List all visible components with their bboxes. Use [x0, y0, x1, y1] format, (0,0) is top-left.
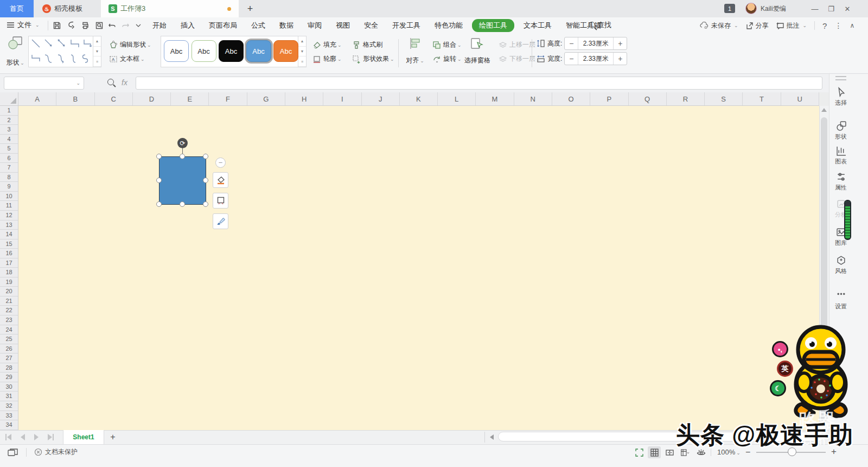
- gallery-scroll-strip[interactable]: ▲ ▼ ≡: [93, 36, 101, 67]
- avatar[interactable]: [745, 3, 757, 14]
- comment-button[interactable]: 批注 ⌄: [776, 21, 807, 30]
- minimize-button[interactable]: —: [807, 0, 822, 17]
- sidebar-item-图表[interactable]: 图表: [829, 146, 853, 166]
- row-header-22[interactable]: 22: [0, 306, 18, 315]
- column-header-H[interactable]: H: [285, 92, 323, 105]
- menu-item-5[interactable]: 审阅: [301, 19, 329, 32]
- collapse-float-toolbar-button[interactable]: −: [215, 157, 226, 168]
- print-button[interactable]: [79, 20, 91, 31]
- column-header-I[interactable]: I: [323, 92, 361, 105]
- height-value[interactable]: 2.33厘米: [578, 37, 614, 49]
- row-header-30[interactable]: 30: [0, 382, 18, 392]
- style-well-1[interactable]: Abc: [192, 40, 216, 62]
- new-tab-button[interactable]: +: [243, 2, 257, 15]
- close-button[interactable]: ✕: [840, 0, 855, 17]
- last-sheet-button[interactable]: [48, 434, 52, 440]
- row-header-3[interactable]: 3: [0, 125, 18, 135]
- notification-badge[interactable]: 1: [724, 4, 735, 13]
- export-button[interactable]: [65, 20, 77, 31]
- menu-item-11[interactable]: 文本工具: [516, 19, 559, 32]
- row-header-14[interactable]: 14: [0, 230, 18, 239]
- collapse-ribbon-button[interactable]: ∧: [850, 22, 854, 29]
- row-header-34[interactable]: 34: [0, 420, 18, 430]
- column-header-K[interactable]: K: [400, 92, 438, 105]
- row-header-21[interactable]: 21: [0, 296, 18, 306]
- column-header-O[interactable]: O: [552, 92, 590, 105]
- rotate-handle[interactable]: ⟳: [177, 138, 188, 148]
- column-header-R[interactable]: R: [667, 92, 705, 105]
- column-header-E[interactable]: E: [171, 92, 209, 105]
- menu-item-7[interactable]: 安全: [357, 19, 385, 32]
- row-header-12[interactable]: 12: [0, 211, 18, 220]
- row-header-2[interactable]: 2: [0, 116, 18, 125]
- scroll-up-icon[interactable]: [821, 108, 827, 112]
- tab-home[interactable]: 首页: [0, 0, 34, 17]
- row-header-23[interactable]: 23: [0, 315, 18, 325]
- fullscreen-view-button[interactable]: [633, 446, 646, 458]
- column-header-U[interactable]: U: [781, 92, 819, 105]
- float-outline-button[interactable]: [213, 193, 228, 209]
- row-header-28[interactable]: 28: [0, 363, 18, 373]
- height-plus-button[interactable]: +: [614, 39, 627, 48]
- resize-handle-s[interactable]: [180, 201, 185, 207]
- resize-handle-w[interactable]: [156, 178, 162, 183]
- menu-item-3[interactable]: 公式: [244, 19, 272, 32]
- menu-item-8[interactable]: 开发工具: [385, 19, 427, 32]
- row-header-16[interactable]: 16: [0, 249, 18, 258]
- menu-item-0[interactable]: 开始: [145, 19, 174, 32]
- send-backward-button[interactable]: 下移一层⌄: [498, 54, 541, 64]
- tab-workbook[interactable]: S 工作簿3: [101, 0, 239, 17]
- name-box[interactable]: ⌄: [4, 77, 84, 90]
- row-header-29[interactable]: 29: [0, 373, 18, 382]
- next-sheet-button[interactable]: [34, 434, 39, 440]
- column-header-P[interactable]: P: [590, 92, 628, 105]
- scroll-left-icon[interactable]: [490, 434, 494, 440]
- format-painter-button[interactable]: 格式刷: [352, 40, 382, 49]
- sidebar-item-风格[interactable]: 风格: [829, 255, 853, 275]
- selected-rectangle-shape[interactable]: [159, 156, 206, 205]
- scroll-down-icon[interactable]: ▼: [93, 47, 101, 57]
- line-shape-gallery[interactable]: [28, 36, 93, 67]
- bring-forward-button[interactable]: 上移一层⌄: [498, 40, 541, 49]
- formula-input[interactable]: [136, 77, 822, 90]
- row-header-24[interactable]: 24: [0, 325, 18, 335]
- sidebar-item-选择[interactable]: 选择: [829, 87, 853, 107]
- prev-sheet-button[interactable]: [21, 434, 25, 440]
- first-sheet-button[interactable]: [5, 434, 7, 440]
- row-header-11[interactable]: 11: [0, 201, 18, 211]
- row-header-5[interactable]: 5: [0, 144, 18, 154]
- outline-button[interactable]: 轮廓⌄: [312, 54, 342, 64]
- column-header-L[interactable]: L: [438, 92, 476, 105]
- row-header-7[interactable]: 7: [0, 163, 18, 173]
- user-name[interactable]: Kaili爱编: [761, 4, 786, 14]
- width-plus-button[interactable]: +: [614, 54, 627, 63]
- more-options-button[interactable]: ⋮: [834, 21, 842, 30]
- save-status-button[interactable]: 未保存 ⌄: [700, 21, 738, 30]
- height-minus-button[interactable]: −: [565, 39, 578, 48]
- zoom-formula-icon[interactable]: [107, 79, 114, 87]
- menu-item-6[interactable]: 视图: [329, 19, 357, 32]
- style-gallery-scroll-strip[interactable]: ▲ ▼ ≡: [298, 36, 307, 67]
- rotate-button[interactable]: 旋转⌄: [432, 54, 462, 64]
- style-well-3[interactable]: Abc: [246, 40, 271, 62]
- row-header-20[interactable]: 20: [0, 287, 18, 296]
- scroll-up-icon[interactable]: ▲: [298, 36, 306, 47]
- fill-button[interactable]: 填充⌄: [312, 40, 342, 49]
- row-header-31[interactable]: 31: [0, 392, 18, 401]
- column-header-J[interactable]: J: [362, 92, 400, 105]
- find-button[interactable]: 查找: [589, 20, 611, 30]
- menu-item-1[interactable]: 插入: [174, 19, 202, 32]
- row-header-1[interactable]: 1: [0, 106, 18, 116]
- save-button[interactable]: [51, 20, 63, 31]
- align-button[interactable]: 对齐⌄: [403, 37, 427, 65]
- row-header-8[interactable]: 8: [0, 173, 18, 182]
- row-header-17[interactable]: 17: [0, 258, 18, 268]
- float-style-brush-button[interactable]: [213, 213, 228, 229]
- column-header-Q[interactable]: Q: [629, 92, 667, 105]
- scroll-up-icon[interactable]: ▲: [93, 36, 101, 47]
- sidebar-grip-icon[interactable]: [835, 76, 846, 80]
- style-well-4[interactable]: Abc: [273, 40, 298, 62]
- row-header-9[interactable]: 9: [0, 182, 18, 192]
- share-button[interactable]: 分享: [746, 21, 769, 30]
- selection-pane-button[interactable]: 选择窗格: [462, 37, 493, 65]
